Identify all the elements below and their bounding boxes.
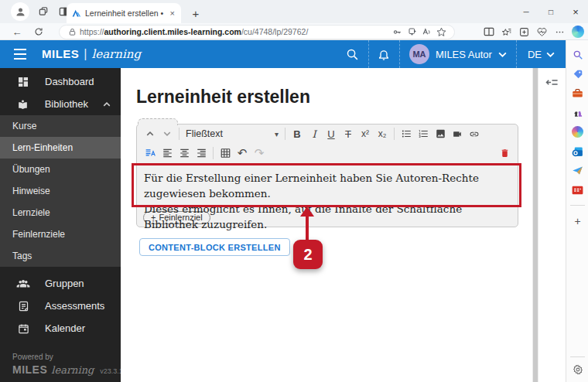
main-content: Lerneinheit erstellen Fließtext ▾ B I U [121, 68, 532, 382]
underline-button[interactable]: U [323, 126, 340, 142]
bullet-list-icon[interactable] [398, 126, 415, 142]
sidebar-item-lernziele[interactable]: Lernziele [0, 202, 121, 223]
refresh-icon[interactable] [31, 24, 46, 39]
align-left-icon[interactable] [159, 145, 176, 161]
sidebar-collections-red-icon[interactable] [571, 183, 584, 196]
paragraph-format-icon[interactable] [142, 145, 159, 161]
scrollbar-thumb[interactable] [533, 68, 538, 382]
sidebar-item-hinweise[interactable]: Hinweise [0, 180, 121, 202]
window-maximize-button[interactable]: □ [538, 0, 563, 23]
sidebar-item-lern-einheiten[interactable]: Lern-Einheiten [0, 137, 121, 159]
notifications-bell-icon[interactable] [368, 40, 399, 68]
lock-icon[interactable] [65, 26, 80, 39]
sidebar-settings-gear-icon[interactable] [571, 363, 584, 376]
collections-icon[interactable] [515, 26, 533, 39]
right-drawer-rail [538, 68, 566, 382]
sidebar-shopping-icon[interactable] [571, 67, 584, 80]
window-minimize-button[interactable]: ─ [514, 0, 538, 23]
window-close-button[interactable]: × [563, 0, 588, 23]
language-menu[interactable]: DE [516, 40, 566, 68]
sidebar-item-assessments[interactable]: Assessments [0, 295, 121, 317]
open-drawer-icon[interactable] [544, 74, 560, 90]
align-right-icon[interactable] [193, 145, 210, 161]
workspaces-icon[interactable] [34, 2, 53, 21]
insert-link-icon[interactable] [466, 126, 483, 142]
sidebar-add-icon[interactable]: + [571, 214, 584, 227]
redo-icon[interactable]: ↷ [251, 145, 268, 161]
sidebar-item-kalender[interactable]: Kalender [0, 317, 121, 339]
move-up-icon[interactable] [142, 126, 159, 142]
move-down-icon[interactable] [159, 126, 176, 142]
rich-text-editor: Fließtext ▾ B I U T x² x₂ [136, 124, 518, 227]
split-screen-icon[interactable] [480, 26, 497, 39]
copilot-icon[interactable] [569, 26, 586, 39]
sidebar-games-icon[interactable] [571, 106, 584, 119]
password-key-icon[interactable] [390, 26, 405, 39]
editor-paragraph: Dieses ermöglicht es Ihnen, auf die Inha… [144, 201, 518, 232]
editor-text-area[interactable]: Für die Erstellung einer Lerneinheit hab… [137, 163, 518, 208]
align-center-icon[interactable] [176, 145, 193, 161]
url-host: authoring.client.miles-learning.com [104, 27, 241, 36]
italic-button[interactable]: I [306, 126, 323, 142]
paragraph-style-select[interactable]: Fließtext ▾ [183, 128, 282, 139]
create-content-block-button[interactable]: CONTENT-BLOCK ERSTELLEN [139, 238, 290, 256]
undo-icon[interactable]: ↶ [234, 145, 251, 161]
avatar[interactable]: MA [409, 44, 429, 64]
sidebar-item-gruppen[interactable]: Gruppen [0, 272, 121, 295]
logo-secondary: learning [92, 47, 142, 61]
groups-icon [16, 278, 30, 289]
browser-essentials-icon[interactable] [533, 26, 551, 39]
page-title: Lerneinheit erstellen [136, 87, 310, 107]
superscript-button[interactable]: x² [357, 126, 374, 142]
browser-tab[interactable]: Lerneinheit erstellen • Lerneinhe × [67, 3, 181, 23]
more-menu-icon[interactable] [551, 26, 569, 39]
app-version: v23.3.1 [100, 367, 123, 375]
chevron-down-icon [546, 52, 555, 57]
editor-drag-handle[interactable] [138, 118, 178, 125]
editor-paragraph: Für die Erstellung einer Lerneinheit hab… [144, 170, 518, 201]
sidebar-microsoft365-icon[interactable] [571, 125, 584, 138]
sidebar-search-icon[interactable] [571, 48, 584, 61]
tab-close-icon[interactable]: × [169, 9, 176, 18]
numbered-list-icon[interactable] [415, 126, 432, 142]
calendar-icon [16, 322, 30, 335]
insert-video-icon[interactable] [449, 126, 466, 142]
tab-favicon-icon [71, 9, 81, 19]
subscript-button[interactable]: x₂ [374, 126, 391, 142]
editor-toolbar-row2: ↶ ↷ [137, 143, 518, 163]
editor-toolbar-row1: Fließtext ▾ B I U T x² x₂ [137, 124, 518, 143]
bold-button[interactable]: B [289, 126, 306, 142]
tab-title: Lerneinheit erstellen • Lerneinhe [85, 9, 165, 18]
back-icon[interactable]: ← [9, 24, 25, 39]
insert-image-icon[interactable] [432, 126, 449, 142]
sidebar-item-kurse[interactable]: Kurse [0, 115, 121, 137]
delete-trash-icon[interactable] [496, 145, 513, 161]
sidebar-item-dashboard[interactable]: Dashboard [0, 70, 121, 93]
address-bar[interactable]: https://authoring.client.miles-learning.… [59, 25, 455, 39]
chevron-down-icon: ▾ [275, 130, 279, 138]
sidebar-item-tags[interactable]: Tags [0, 245, 121, 267]
insert-table-icon[interactable] [217, 145, 234, 161]
sidebar-item-feinlernziele[interactable]: Feinlernziele [0, 223, 121, 245]
read-aloud-icon[interactable] [419, 26, 434, 39]
powered-by-label: Powered by [12, 353, 123, 361]
strikethrough-button[interactable]: T [340, 126, 357, 142]
menu-hamburger-icon[interactable] [9, 43, 31, 65]
browser-profile-icon[interactable] [11, 2, 29, 21]
chevron-down-icon [498, 52, 507, 57]
page-scrollbar[interactable] [532, 68, 538, 382]
favorite-star-icon[interactable] [434, 26, 449, 39]
search-icon[interactable] [337, 40, 368, 68]
sidebar-toolbox-icon[interactable] [571, 87, 584, 100]
chevron-up-icon [103, 102, 111, 107]
sidebar-item-uebungen[interactable]: Übungen [0, 159, 121, 180]
sidebar-outlook-icon[interactable] [571, 145, 584, 158]
sidebar-item-bibliothek[interactable]: Bibliothek [0, 93, 121, 115]
user-menu[interactable]: MA MILES Autor [399, 40, 516, 68]
favorites-icon[interactable] [497, 26, 515, 39]
web-capture-icon[interactable] [405, 26, 419, 39]
sidebar-divider [570, 356, 585, 357]
sidebar-drop-icon[interactable] [571, 164, 584, 177]
new-tab-button[interactable]: + [187, 5, 204, 22]
annotation-arrow-line [306, 215, 309, 240]
